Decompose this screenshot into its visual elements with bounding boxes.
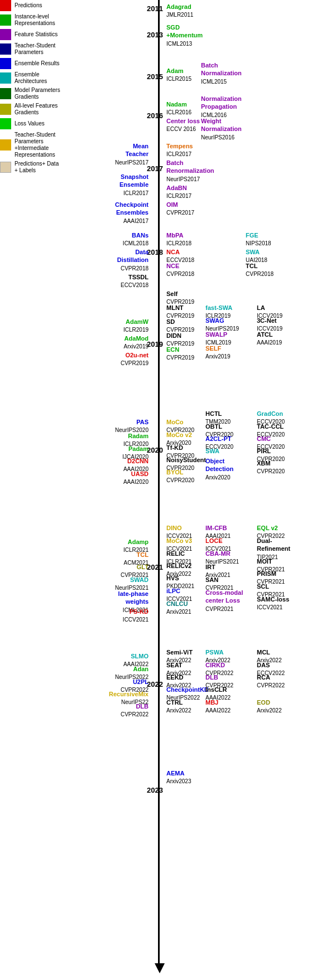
legend: Predictions Instance-levelRepresentation… bbox=[0, 0, 87, 176]
entry-name-atcl: ATCL bbox=[257, 331, 273, 338]
entry-venue-batch-norm: ICML2015 bbox=[201, 79, 227, 85]
entry-xbm: XBM CVPR2020 bbox=[257, 459, 285, 476]
entry-name-batch-renorm: BatchRenormalization bbox=[166, 159, 214, 174]
entry-fge: FGE NIPS2018 bbox=[246, 231, 271, 248]
entry-venue-dlb-2022: CVPR2022 bbox=[121, 711, 149, 717]
entry-name-pirl: PIRL bbox=[257, 448, 271, 454]
legend-item-ensemble-arch: EnsembleArchitectures bbox=[0, 71, 87, 85]
entry-name-oim: OIM bbox=[166, 201, 178, 208]
entry-name-adabn: AdaBN bbox=[166, 185, 187, 191]
entry-name-swa: SWA bbox=[246, 249, 260, 255]
entry-sgd: SGD+Momentum ICML2013 bbox=[166, 23, 203, 47]
entry-venue-batch-renorm: NeurIPS2017 bbox=[166, 176, 200, 182]
legend-item-all-level: All-level FeaturesGradients bbox=[0, 103, 87, 116]
entry-name-dlb: DLB bbox=[205, 674, 218, 681]
entry-venue-center-loss: ECCV 2016 bbox=[166, 126, 196, 132]
entry-name-uasd: UASD bbox=[131, 470, 149, 477]
entry-name-cba-mr: CBA-MR bbox=[205, 550, 231, 557]
legend-item-instance: Instance-levelRepresentations bbox=[0, 13, 87, 27]
entry-name-ps-kd: PS-KD bbox=[130, 608, 149, 615]
entry-name-moit: MOIT bbox=[257, 558, 272, 565]
entry-name-scl: SCL bbox=[257, 583, 269, 590]
entry-mbj: MBJ AAAI2022 bbox=[205, 698, 231, 715]
entry-self-cvpr: Self CVPR2019 bbox=[166, 290, 194, 306]
legend-item-feature: Feature Statistics bbox=[0, 29, 87, 40]
entry-name-hvs: HVS bbox=[166, 575, 179, 581]
entry-tcl: TCL CVPR2018 bbox=[246, 262, 274, 278]
year-2023: 2023 bbox=[147, 786, 163, 794]
entry-weight-norm: WeightNormalization NeurIPS2016 bbox=[201, 117, 242, 141]
entry-name-adamod: AdaMod bbox=[125, 335, 149, 342]
entry-name-checkpointkd: CheckpointKD bbox=[166, 686, 209, 693]
entry-venue-samc-loss: ICCV2021 bbox=[257, 604, 283, 610]
entry-name-hctl: HCTL bbox=[205, 410, 222, 417]
entry-venue-mbpa: ICLR2018 bbox=[166, 240, 191, 246]
entry-venue-cnlcu: Arxiv2021 bbox=[166, 609, 191, 615]
entry-venue-o2u-net: CVPR2019 bbox=[121, 360, 149, 366]
entry-name-cnlcu: CNLCU bbox=[166, 600, 188, 607]
entry-mean-teacher: MeanTeacher NeurIPS2017 bbox=[115, 142, 149, 166]
year-2022: 2022 bbox=[147, 680, 163, 688]
entry-name-moco: MoCo bbox=[166, 419, 184, 425]
entry-name-fge: FGE bbox=[246, 232, 258, 239]
entry-name-adan: Adan bbox=[133, 666, 149, 672]
year-2019: 2019 bbox=[147, 340, 163, 348]
entry-name-im-cfb: IM-CFB bbox=[205, 525, 227, 531]
entry-name-tempens: Tempens bbox=[166, 143, 193, 149]
entry-bans: BANs ICML2018 bbox=[123, 231, 149, 248]
entry-venue-aema: Arxiv2023 bbox=[166, 778, 191, 784]
entry-venue-mbj: AAAI2022 bbox=[205, 707, 231, 714]
entry-name-swag: SWAG bbox=[205, 317, 224, 324]
entry-name-aema: AEMA bbox=[166, 770, 184, 777]
legend-item-model-params: Model ParametersGradients bbox=[0, 87, 87, 100]
entry-name-eod: EOD bbox=[257, 699, 270, 706]
entry-eod: EOD Arxiv2022 bbox=[257, 698, 281, 715]
entry-name-rca: RCA bbox=[257, 674, 270, 681]
entry-name-swa-2020: SWA bbox=[205, 448, 219, 454]
entry-venue-ps-kd: ICCV2021 bbox=[123, 617, 149, 623]
legend-color-teacher-intermediate bbox=[0, 139, 11, 151]
entry-venue-checkpoint-ensembles: AAAI2017 bbox=[123, 218, 149, 224]
entry-name-pswa: PSWA bbox=[205, 649, 223, 656]
entry-venue-fge: NIPS2018 bbox=[246, 240, 271, 246]
entry-venue-sgd: ICML2013 bbox=[166, 41, 192, 47]
entry-name-noisystudent: NoisyStudent bbox=[166, 457, 206, 463]
legend-item-predictions-data: Predictions+ Data+ Labels bbox=[0, 161, 87, 174]
entry-venue-self-cvpr: CVPR2019 bbox=[166, 299, 194, 305]
entry-name-san: SAN bbox=[205, 576, 218, 583]
entry-name-prism: PRISM bbox=[257, 570, 276, 577]
entry-name-swad: SWAD bbox=[130, 576, 149, 583]
entry-object-detection: ObjectDetection Arxiv2020 bbox=[205, 457, 233, 481]
legend-item-teacher: Teacher-StudentParameters bbox=[0, 42, 87, 56]
entry-tempens: Tempens ICLR2017 bbox=[166, 142, 193, 158]
entry-name-recursivemix: RecursiveMix bbox=[109, 691, 149, 697]
entry-venue-adamod: Arxiv2019 bbox=[124, 343, 149, 350]
year-2013: 2013 bbox=[147, 31, 163, 39]
entry-venue-mean-teacher: NeurIPS2017 bbox=[115, 159, 149, 166]
entry-name-nadam: Nadam bbox=[166, 101, 187, 108]
entry-self: SELF Arxiv2019 bbox=[205, 345, 230, 361]
entry-rca: RCA CVPR2022 bbox=[257, 673, 285, 690]
legend-label-model-params: Model ParametersGradients bbox=[15, 87, 60, 100]
entry-name-snapshot: SnapshotEnsemble bbox=[119, 173, 149, 188]
entry-venue-byol: CVPR2020 bbox=[166, 477, 194, 483]
legend-label-predictions: Predictions bbox=[15, 2, 42, 9]
entry-name-semi-vit: Semi-ViT bbox=[166, 649, 193, 656]
entry-name-nce: NCE bbox=[166, 263, 179, 269]
entry-norm-prop: NormalizationPropagation ICML2016 bbox=[201, 95, 242, 119]
entry-dlb-2022: DLB CVPR2022 bbox=[121, 702, 149, 719]
entry-batch-renorm: BatchRenormalization NeurIPS2017 bbox=[166, 159, 214, 183]
entry-tssdl: TSSDL ECCV2018 bbox=[121, 273, 149, 289]
legend-color-ensemble-arch bbox=[0, 72, 11, 84]
entry-venue-self: Arxiv2019 bbox=[205, 353, 230, 360]
entry-venue-ecn: CVPR2019 bbox=[166, 355, 194, 361]
entry-name-ecn: ECN bbox=[166, 346, 179, 353]
entry-name-tcl: TCL bbox=[246, 263, 257, 269]
entry-adagrad: Adagrad JMLR2011 bbox=[166, 3, 193, 19]
legend-color-feature bbox=[0, 29, 11, 40]
entry-snapshot: SnapshotEnsemble ICLR2017 bbox=[119, 173, 149, 197]
entry-name-data-distillation: DataDistillation bbox=[117, 249, 149, 263]
entry-name-mbpa: MbPA bbox=[166, 232, 183, 239]
legend-color-loss bbox=[0, 118, 11, 129]
legend-label-feature: Feature Statistics bbox=[15, 31, 58, 38]
